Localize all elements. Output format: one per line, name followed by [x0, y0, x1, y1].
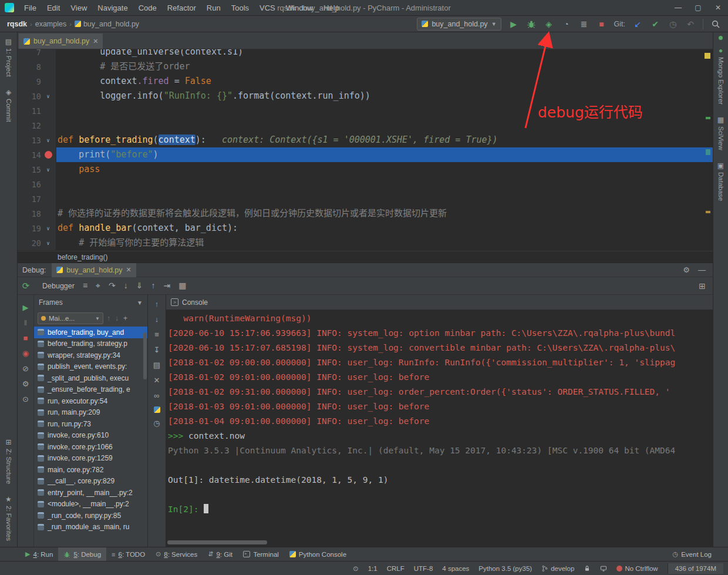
evaluate-expression-button[interactable]: ▦: [178, 281, 186, 291]
line-gutter[interactable]: 17: [18, 191, 56, 206]
frame-row[interactable]: invoke, core.py:1066: [34, 441, 147, 453]
menu-file[interactable]: File: [19, 4, 42, 12]
toolwindow-database[interactable]: ▣Database: [717, 162, 724, 201]
line-gutter[interactable]: 19∨: [18, 221, 56, 236]
toolwindow-tab-git[interactable]: ⇵9: Git: [203, 547, 238, 561]
debugger-tab-label[interactable]: Debugger: [34, 282, 83, 290]
console-history-button[interactable]: ◷: [153, 419, 160, 428]
frames-scrollbar[interactable]: [143, 332, 147, 379]
maximize-button[interactable]: ▢: [688, 0, 708, 15]
line-separator-indicator[interactable]: CRLF: [387, 565, 405, 572]
frame-row[interactable]: _split_and_publish, execu: [34, 372, 147, 384]
frame-row[interactable]: invoke, core.py:610: [34, 430, 147, 442]
frame-row[interactable]: entry_point, __main__.py:2: [34, 487, 147, 499]
issue-widget[interactable]: No Ctrlflow: [616, 565, 658, 572]
interpreter-indicator[interactable]: Python 3.5 (py35): [478, 565, 532, 572]
thread-selector[interactable]: Mai...e... ▼: [38, 312, 103, 324]
scroll-to-end-button[interactable]: ↧: [154, 345, 160, 355]
editor-context-breadcrumb[interactable]: before_trading(): [18, 251, 713, 263]
breadcrumb-item[interactable]: examples: [35, 20, 67, 28]
frame-row[interactable]: run, executor.py:54: [34, 395, 147, 407]
event-log-button[interactable]: ◷Event Log: [673, 550, 728, 558]
view-options-icon[interactable]: ≡: [83, 281, 87, 291]
frame-row[interactable]: before_trading, buy_and: [34, 327, 147, 338]
frame-row[interactable]: run, run.py:73: [34, 418, 147, 430]
close-icon[interactable]: ✕: [126, 266, 132, 274]
line-gutter[interactable]: 16: [18, 177, 56, 191]
console-caption[interactable]: Console: [182, 298, 208, 307]
pin-tab-button[interactable]: ⊙: [22, 395, 29, 405]
menu-tools[interactable]: Tools: [226, 4, 254, 12]
menu-edit[interactable]: Edit: [42, 4, 65, 12]
run-button[interactable]: ▶: [507, 18, 520, 31]
menu-help[interactable]: Help: [318, 4, 345, 12]
stop-button[interactable]: ■: [595, 18, 608, 31]
memory-indicator[interactable]: 436 of 1974M: [668, 563, 723, 574]
run-to-cursor-button[interactable]: ⇥: [163, 281, 170, 291]
commit-button[interactable]: ✔: [649, 18, 662, 31]
line-gutter[interactable]: 7: [18, 49, 56, 59]
settings-gear-icon[interactable]: ⚙: [683, 265, 690, 274]
line-gutter[interactable]: 11: [18, 103, 56, 118]
hide-panel-button[interactable]: —: [698, 265, 706, 274]
frame-row[interactable]: <module>, __main__.py:2: [34, 499, 147, 510]
frame-up-button[interactable]: ↑: [107, 314, 110, 322]
restore-layout-button[interactable]: ⊞: [699, 281, 713, 291]
step-out-button[interactable]: ↑: [151, 281, 155, 291]
mute-breakpoints-button[interactable]: ⊘: [22, 364, 29, 374]
frame-row[interactable]: publish_event, events.py:: [34, 361, 147, 373]
close-button[interactable]: ✕: [708, 0, 728, 15]
menu-vcs[interactable]: VCS: [254, 4, 281, 12]
lock-icon[interactable]: [584, 565, 591, 572]
search-everywhere-button[interactable]: [709, 18, 722, 31]
fold-marker-icon[interactable]: ∨: [41, 226, 55, 231]
line-gutter[interactable]: 10∨: [18, 89, 56, 103]
encoding-indicator[interactable]: UTF-8: [414, 565, 433, 572]
chevron-down-icon[interactable]: ▼: [137, 300, 143, 306]
line-gutter[interactable]: 20∨: [18, 236, 56, 250]
profiler-button[interactable]: ◔: [560, 18, 573, 31]
concurrency-diagram-button[interactable]: ≣: [578, 18, 591, 31]
toolwindow-sciview[interactable]: ▦SciView: [717, 116, 724, 150]
fold-marker-icon[interactable]: ∨: [41, 93, 55, 99]
history-down-button[interactable]: ↓: [155, 315, 159, 324]
toolwindow-commit[interactable]: ◈Commit: [5, 89, 12, 122]
line-gutter[interactable]: 14: [18, 147, 56, 162]
frame-row[interactable]: invoke, core.py:1259: [34, 453, 147, 465]
toolwindow-tab-terminal[interactable]: >_Terminal: [238, 547, 284, 561]
screen-share-icon[interactable]: [600, 565, 607, 572]
run-configuration-select[interactable]: buy_and_hold.py ▼: [417, 18, 501, 31]
python-console-icon[interactable]: [154, 406, 160, 413]
frame-row[interactable]: _run_module_as_main, ru: [34, 522, 147, 533]
coverage-button[interactable]: ◈: [542, 18, 555, 31]
toolwindow-mongo-explorer[interactable]: ●Mongo Explorer: [717, 47, 724, 105]
clear-console-button[interactable]: ✕: [154, 376, 160, 385]
git-branch-widget[interactable]: develop: [541, 565, 574, 572]
update-project-button[interactable]: ↙: [631, 18, 644, 31]
show-variables-button[interactable]: ∞: [154, 391, 159, 401]
line-gutter[interactable]: 9: [18, 74, 56, 89]
rerun-debug-button[interactable]: ⟳: [18, 281, 34, 291]
frame-row[interactable]: run, main.py:209: [34, 407, 147, 419]
toolwindow-tab-debug[interactable]: 5: Debug: [58, 547, 106, 561]
toolwindow-tab-services[interactable]: ⊙8: Services: [150, 547, 203, 561]
toolwindow-favorites[interactable]: ★2: Favorites: [5, 496, 12, 541]
soft-wrap-button[interactable]: ≡: [154, 330, 159, 339]
line-gutter[interactable]: 18: [18, 206, 56, 221]
menu-run[interactable]: Run: [201, 4, 226, 12]
frame-row[interactable]: _ensure_before_trading, e: [34, 384, 147, 396]
console-horizontal-scrollbar[interactable]: [167, 540, 267, 544]
add-watch-button[interactable]: +: [123, 314, 127, 322]
caret-position[interactable]: 1:1: [368, 565, 378, 572]
line-gutter[interactable]: 8: [18, 59, 56, 74]
frame-row[interactable]: main, core.py:782: [34, 464, 147, 476]
history-up-button[interactable]: ↑: [155, 300, 159, 309]
resume-button[interactable]: ▶: [23, 303, 29, 313]
step-into-button[interactable]: ↓: [124, 281, 128, 291]
indent-indicator[interactable]: 4 spaces: [442, 565, 469, 572]
background-tasks-icon[interactable]: ⊙: [353, 564, 359, 573]
toolwindow-tab-run[interactable]: ▶4: Run: [20, 547, 58, 561]
print-console-button[interactable]: ▤: [153, 361, 160, 370]
code-editor[interactable]: 7 update_universe(context.s1)8 # 是否已发送了o…: [18, 49, 713, 251]
toolwindow-structure[interactable]: ⊞Z: Structure: [5, 439, 12, 484]
